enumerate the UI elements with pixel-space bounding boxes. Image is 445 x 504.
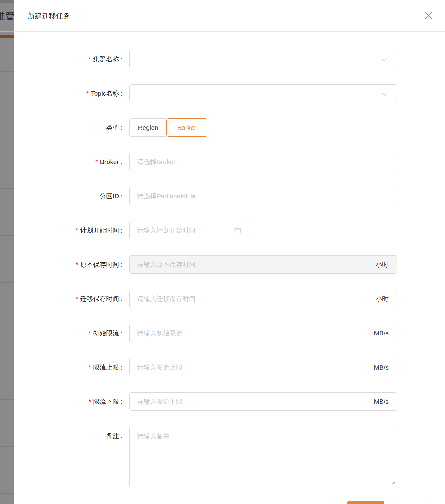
initial-rate-limit-input-box: MB/s bbox=[129, 324, 397, 342]
broker-input[interactable] bbox=[130, 153, 397, 171]
field-label-initial-rate-limit: *初始限流 : bbox=[14, 324, 125, 342]
backdrop-partial-title: 维管理 bbox=[0, 10, 14, 23]
field-label-rate-limit-upper: *限流上限 : bbox=[14, 358, 125, 376]
required-asterisk: * bbox=[88, 329, 91, 337]
required-asterisk: * bbox=[76, 295, 78, 303]
field-label-type: 类型 : bbox=[14, 118, 125, 137]
field-label-cluster-name: *集群名称 : bbox=[14, 50, 125, 68]
backdrop-row-line bbox=[0, 259, 14, 259]
original-save-time-input-box: 小时 bbox=[129, 255, 397, 274]
broker-input-box bbox=[129, 153, 397, 171]
field-label-text: 备注 : bbox=[106, 432, 123, 440]
migration-task-form: *集群名称 :*Topic名称 :类型 :RegionBorker*Broker… bbox=[14, 0, 445, 504]
new-migration-task-modal: 新建迁移任务 *集群名称 :*Topic名称 :类型 :RegionBorker… bbox=[14, 0, 445, 504]
required-asterisk: * bbox=[88, 398, 91, 405]
cluster-name-select[interactable] bbox=[129, 50, 397, 68]
field-label-text: 计划开始时间 : bbox=[80, 226, 123, 235]
migrate-save-time-input[interactable] bbox=[130, 290, 397, 308]
field-label-text: 类型 : bbox=[106, 123, 123, 132]
required-asterisk: * bbox=[76, 227, 78, 234]
backdrop-row-line bbox=[0, 282, 14, 283]
backdrop-row-line bbox=[0, 188, 14, 189]
remark-textarea[interactable] bbox=[130, 427, 397, 487]
rate-limit-lower-input[interactable] bbox=[130, 393, 397, 410]
field-label-topic-name: *Topic名称 : bbox=[14, 84, 125, 102]
rate-limit-upper-input[interactable] bbox=[130, 358, 397, 376]
initial-rate-limit-input[interactable] bbox=[130, 324, 397, 342]
rate-limit-upper-input-box: MB/s bbox=[129, 358, 397, 376]
backdrop-row-line bbox=[0, 71, 14, 72]
field-label-text: 分区ID : bbox=[100, 192, 123, 200]
field-label-text: 限流下限 : bbox=[93, 397, 123, 406]
field-label-partition-id: 分区ID : bbox=[14, 187, 125, 205]
backdrop-row-line bbox=[0, 376, 14, 376]
dimmed-backdrop: 维管理 bbox=[0, 0, 14, 504]
remark-textarea-box bbox=[129, 427, 397, 487]
backdrop-row-line bbox=[0, 329, 14, 329]
backdrop-row-line bbox=[0, 446, 14, 447]
partition-id-input[interactable] bbox=[130, 187, 397, 205]
field-label-text: 原本保存时间 : bbox=[80, 260, 123, 269]
field-label-broker: *Broker : bbox=[14, 153, 125, 171]
field-label-text: 限流上限 : bbox=[93, 363, 123, 372]
field-label-text: 迁移保存时间 : bbox=[80, 295, 123, 303]
field-label-rate-limit-lower: *限流下限 : bbox=[14, 392, 125, 411]
plan-start-time-input[interactable] bbox=[130, 221, 249, 239]
backdrop-row-line bbox=[0, 48, 14, 48]
plan-start-time-input-box bbox=[129, 221, 249, 239]
original-save-time-input[interactable] bbox=[130, 256, 397, 273]
field-label-original-save-time: *原本保存时间 : bbox=[14, 255, 125, 274]
topic-name-select[interactable] bbox=[129, 84, 397, 102]
backdrop-row-line bbox=[0, 399, 14, 400]
toggle-option-borker[interactable]: Borker bbox=[166, 118, 207, 137]
backdrop-row-line bbox=[0, 95, 14, 95]
backdrop-row-line bbox=[0, 212, 14, 212]
field-label-text: Broker : bbox=[100, 158, 123, 166]
backdrop-divider bbox=[0, 31, 14, 32]
type-toggle-group: RegionBorker bbox=[129, 118, 207, 137]
rate-limit-lower-input-box: MB/s bbox=[129, 392, 397, 411]
field-label-plan-start-time: *计划开始时间 : bbox=[14, 221, 125, 239]
backdrop-row-line bbox=[0, 470, 14, 470]
chevron-down-icon bbox=[381, 57, 387, 63]
required-asterisk: * bbox=[95, 158, 98, 166]
backdrop-row-line bbox=[0, 353, 14, 353]
backdrop-active-tab-bar bbox=[0, 35, 14, 38]
chevron-down-icon bbox=[381, 92, 387, 97]
backdrop-row-line bbox=[0, 165, 14, 165]
field-label-remark: 备注 : bbox=[14, 427, 125, 445]
migrate-save-time-input-box: 小时 bbox=[129, 290, 397, 308]
partition-id-input-box bbox=[129, 187, 397, 205]
toggle-option-region[interactable]: Region bbox=[129, 118, 166, 137]
required-asterisk: * bbox=[88, 56, 91, 63]
field-label-text: 初始限流 : bbox=[93, 329, 123, 337]
cancel-button[interactable] bbox=[394, 501, 430, 504]
field-label-migrate-save-time: *迁移保存时间 : bbox=[14, 290, 125, 308]
field-label-text: 集群名称 : bbox=[93, 55, 123, 64]
field-label-text: Topic名称 : bbox=[91, 89, 123, 98]
backdrop-row-line bbox=[0, 423, 14, 423]
backdrop-row-line bbox=[0, 493, 14, 494]
backdrop-row-line bbox=[0, 118, 14, 118]
confirm-button[interactable] bbox=[347, 501, 384, 504]
required-asterisk: * bbox=[88, 364, 91, 371]
backdrop-top-band bbox=[0, 0, 14, 3]
required-asterisk: * bbox=[76, 261, 78, 268]
backdrop-row-line bbox=[0, 235, 14, 236]
backdrop-row-line bbox=[0, 306, 14, 306]
backdrop-row-line bbox=[0, 142, 14, 142]
required-asterisk: * bbox=[86, 90, 89, 97]
